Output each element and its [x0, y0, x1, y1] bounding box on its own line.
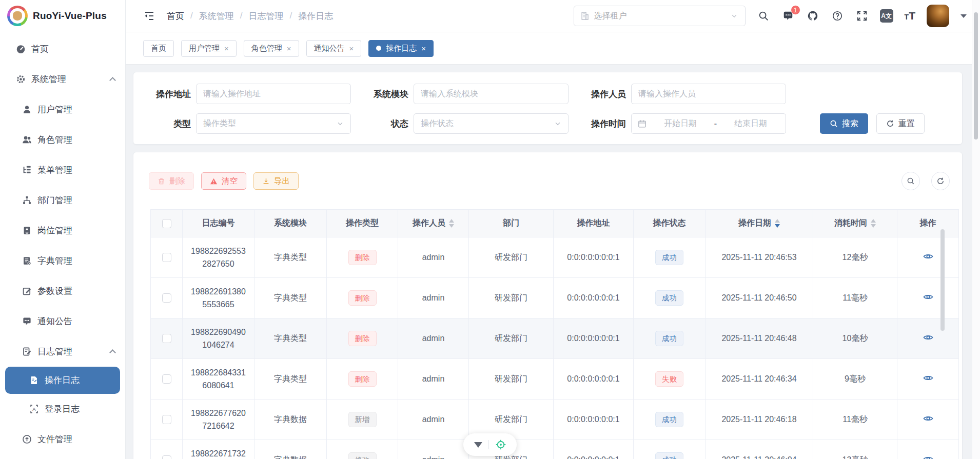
sort-icons[interactable]: [775, 219, 780, 228]
tab-role-mgmt[interactable]: 角色管理 ×: [244, 40, 299, 57]
floating-toolbar: [463, 433, 517, 456]
module-cell: 字典数据: [254, 400, 327, 440]
host-cell: 0:0:0:0:0:0:0:1: [554, 278, 634, 318]
op-type-tag: 删除: [348, 290, 377, 306]
avatar[interactable]: [927, 5, 949, 27]
breadcrumb-item[interactable]: 操作日志: [298, 10, 333, 22]
svg-text:A: A: [32, 406, 36, 412]
operation-address-input[interactable]: [196, 84, 351, 104]
breadcrumb: 首页 / 系统管理 / 日志管理 / 操作日志: [167, 10, 333, 22]
sidebar-item-login-log[interactable]: A 登录日志: [0, 394, 125, 424]
close-icon[interactable]: ×: [421, 45, 426, 52]
op-type-tag: 删除: [348, 371, 377, 387]
menu-fold-icon[interactable]: [143, 10, 155, 22]
module-cell: 字典类型: [254, 278, 327, 318]
sidebar-item-dict[interactable]: 字典管理: [0, 246, 125, 276]
view-detail-button[interactable]: [922, 251, 934, 264]
view-detail-button[interactable]: [922, 332, 934, 345]
dept-cell: 研发部门: [469, 278, 554, 318]
breadcrumb-item[interactable]: 日志管理: [248, 10, 283, 22]
sort-icons[interactable]: [449, 219, 454, 228]
clear-button[interactable]: 清空: [201, 172, 246, 190]
operation-type-select[interactable]: 操作类型: [196, 113, 351, 134]
export-button[interactable]: 导出: [253, 172, 299, 190]
sidebar-item-users[interactable]: 用户管理: [0, 94, 125, 125]
caret-down-icon[interactable]: [961, 14, 967, 18]
table-scrollbar[interactable]: [940, 229, 945, 331]
date-range-picker[interactable]: 开始日期 - 结束日期: [631, 113, 786, 134]
chevron-up-icon: [109, 77, 116, 84]
log-id: 1988226843316080641: [189, 366, 248, 392]
close-icon[interactable]: ×: [224, 45, 229, 52]
select-all-checkbox[interactable]: [162, 219, 171, 228]
document-icon: [29, 375, 39, 386]
font-size-icon[interactable]: TT: [905, 10, 915, 22]
system-module-input[interactable]: [414, 84, 569, 104]
status-tag: 失败: [655, 371, 683, 387]
row-checkbox[interactable]: [162, 253, 171, 262]
header-operator[interactable]: 操作人员: [398, 210, 469, 237]
sidebar-item-roles[interactable]: 角色管理: [0, 125, 125, 155]
translate-icon[interactable]: A文: [880, 9, 893, 23]
view-detail-button[interactable]: [922, 373, 934, 385]
tab-notice[interactable]: 通知公告 ×: [306, 40, 362, 57]
eye-icon: [923, 373, 933, 383]
tab-label: 操作日志: [386, 44, 417, 53]
app-title: RuoYi-Vue-Plus: [33, 10, 107, 22]
view-detail-button[interactable]: [922, 454, 934, 459]
op-type-tag: 删除: [348, 331, 377, 346]
page-scrollbar-thumb[interactable]: [974, 12, 978, 139]
close-icon[interactable]: ×: [349, 45, 354, 52]
view-detail-button[interactable]: [922, 413, 934, 426]
row-checkbox[interactable]: [162, 334, 171, 343]
row-checkbox[interactable]: [162, 455, 171, 459]
row-checkbox[interactable]: [162, 415, 171, 424]
github-icon[interactable]: [806, 9, 819, 23]
sidebar-item-logs[interactable]: 日志管理: [0, 336, 125, 367]
app-logo[interactable]: RuoYi-Vue-Plus: [0, 0, 125, 32]
sidebar-item-files[interactable]: 文件管理: [0, 424, 125, 454]
operator-input[interactable]: [631, 84, 786, 104]
help-icon[interactable]: [831, 9, 844, 23]
search-icon[interactable]: [757, 9, 770, 23]
delete-button[interactable]: 删除: [149, 172, 194, 190]
search-button[interactable]: 搜索: [820, 113, 868, 134]
header-cost[interactable]: 消耗时间: [813, 210, 897, 237]
breadcrumb-item[interactable]: 系统管理: [199, 10, 234, 22]
row-checkbox[interactable]: [162, 293, 171, 303]
toggle-search-button[interactable]: [901, 172, 920, 190]
sort-icons[interactable]: [871, 219, 876, 228]
tenant-select[interactable]: [574, 6, 746, 26]
row-checkbox[interactable]: [162, 374, 171, 384]
tab-home[interactable]: 首页: [143, 40, 174, 57]
locate-target-icon[interactable]: [495, 439, 506, 450]
sidebar-item-menus[interactable]: 菜单管理: [0, 155, 125, 185]
sidebar-item-label: 用户管理: [37, 104, 72, 115]
reset-button[interactable]: 重置: [876, 113, 925, 134]
warning-icon: [210, 177, 218, 185]
sidebar-item-home[interactable]: 首页: [0, 34, 125, 64]
header-date[interactable]: 操作日期: [705, 210, 813, 237]
message-icon[interactable]: 1: [781, 9, 795, 23]
tenant-select-input[interactable]: [594, 11, 725, 21]
breadcrumb-item[interactable]: 首页: [167, 10, 184, 22]
sidebar-item-depts[interactable]: 部门管理: [0, 185, 125, 215]
sidebar-item-config[interactable]: 参数设置: [0, 276, 125, 306]
sidebar-item-system[interactable]: 系统管理: [0, 64, 125, 94]
view-detail-button[interactable]: [922, 292, 934, 304]
refresh-icon: [936, 177, 945, 185]
fullscreen-icon[interactable]: [855, 9, 869, 23]
status-tag: 成功: [655, 331, 683, 346]
close-icon[interactable]: ×: [287, 45, 291, 52]
sidebar-item-operation-log[interactable]: 操作日志: [5, 367, 120, 394]
sidebar-item-posts[interactable]: 岗位管理: [0, 215, 125, 246]
dept-cell: 研发部门: [469, 318, 554, 359]
operation-status-select[interactable]: 操作状态: [414, 113, 569, 134]
refresh-table-button[interactable]: [931, 172, 950, 190]
host-cell: 0:0:0:0:0:0:0:1: [554, 359, 634, 400]
collapse-triangle-icon[interactable]: [474, 442, 482, 448]
table-row: 1988226913805553665 字典类型 删除 admin 研发部门 0…: [151, 278, 959, 318]
sidebar-item-notice[interactable]: 通知公告: [0, 306, 125, 336]
tab-user-mgmt[interactable]: 用户管理 ×: [181, 40, 237, 57]
tab-operation-log[interactable]: 操作日志 ×: [368, 40, 434, 57]
